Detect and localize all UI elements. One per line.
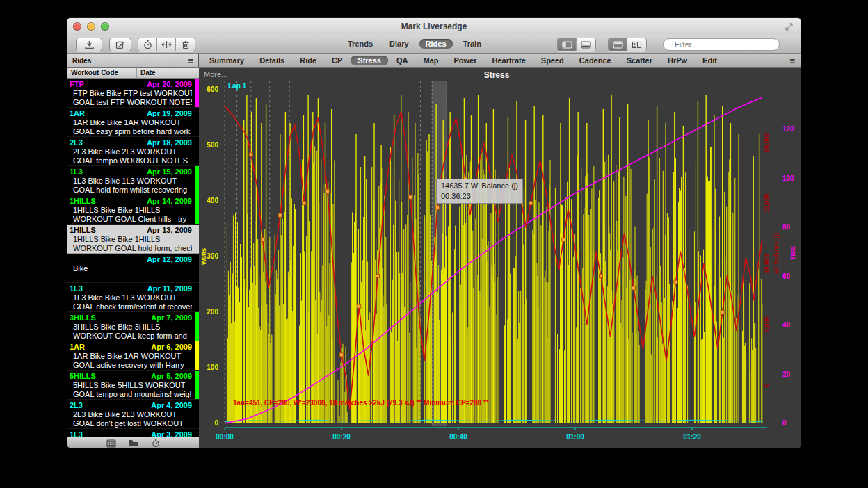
ride-code: 1L3 <box>70 167 83 177</box>
tiled-view-icon <box>632 41 642 49</box>
chart-tab-cadence[interactable]: Cadence <box>572 56 618 65</box>
chart-more-button[interactable]: More... <box>204 70 227 79</box>
ride-row[interactable]: FTPApr 20, 2009FTP Bike Bike FTP test WO… <box>67 79 199 108</box>
ride-row[interactable]: 5HILLSApr 5, 20095HILLS Bike 5HILLS WORK… <box>67 371 199 400</box>
ride-row[interactable]: Apr 12, 2009Bike <box>67 254 199 283</box>
match-marker <box>721 311 724 314</box>
ride-description: 2L3 Bike Bike 2L3 WORKOUT <box>70 410 192 419</box>
scope-tab-diary[interactable]: Diary <box>383 39 415 49</box>
chart-tab-power[interactable]: Power <box>447 56 483 65</box>
cp-annotation: Tau=451, CP=280, W'=23000, 18 matches >2… <box>233 399 489 407</box>
match-marker <box>326 189 329 193</box>
tabbed-view-button[interactable] <box>609 38 627 51</box>
chart-tab-cp[interactable]: CP <box>325 56 349 65</box>
sidebar-title: Rides <box>72 57 91 65</box>
lowbar-toggle-button[interactable] <box>577 38 595 51</box>
column-date[interactable]: Date <box>137 68 199 78</box>
title-bar[interactable]: Mark Liversedge <box>67 18 801 35</box>
ride-date: Apr 18, 2009 <box>147 138 192 147</box>
wbal-tick-label: 10,000 <box>763 254 770 274</box>
filter-input[interactable] <box>675 40 773 49</box>
scope-tab-train[interactable]: Train <box>457 39 488 49</box>
ride-date: Apr 5, 2009 <box>151 371 192 381</box>
x-tick-label: 01:00 <box>566 433 584 441</box>
wbal-tick-label: 15,000 <box>763 193 770 213</box>
ride-row[interactable]: 2L3Apr 18, 20092L3 Bike Bike 2L3 WORKOUT… <box>67 137 199 166</box>
chart-tab-scatter[interactable]: Scatter <box>620 56 659 65</box>
import-activity-button[interactable] <box>76 38 102 51</box>
scope-tab-rides[interactable]: Rides <box>419 39 453 49</box>
scope-tab-trends[interactable]: Trends <box>341 39 379 49</box>
ride-description: Bike <box>70 264 192 273</box>
ride-row[interactable]: 1HILLSApr 13, 20091HILLS Bike Bike 1HILL… <box>67 225 199 254</box>
ride-date: Apr 14, 2009 <box>147 196 192 206</box>
sidebar-toggle-button[interactable] <box>558 38 577 51</box>
minimize-button[interactable] <box>87 22 95 31</box>
ride-date: Apr 3, 2009 <box>151 430 192 437</box>
ride-description: WORKOUT GOAL hold form, check <box>70 244 192 253</box>
trash-icon <box>182 40 190 49</box>
folder-icon[interactable] <box>129 439 139 447</box>
x-tick-label: 00:00 <box>216 433 234 441</box>
chart-menu-icon[interactable]: ≡ <box>789 56 795 65</box>
tiss-axis-title: TISS <box>789 246 796 260</box>
tiss-tick-label: 120 <box>782 125 794 133</box>
ride-description: 2L3 Bike Bike 2L3 WORKOUT <box>70 147 192 156</box>
ride-date: Apr 11, 2009 <box>147 284 192 293</box>
tiss-tick-label: 100 <box>782 174 794 182</box>
ride-code: 2L3 <box>70 400 83 410</box>
split-activity-button[interactable] <box>157 38 176 51</box>
ride-list: FTPApr 20, 2009FTP Bike Bike FTP test WO… <box>67 79 199 437</box>
calendar-icon[interactable] <box>106 439 116 448</box>
download-icon <box>84 40 95 49</box>
ride-row[interactable]: 1ARApr 6, 20091AR Bike Bike 1AR WORKOUTG… <box>67 341 199 371</box>
ride-code: 1HILLS <box>70 225 96 235</box>
chart-tab-summary[interactable]: Summary <box>202 56 251 65</box>
ride-row[interactable]: 2L3Apr 4, 20092L3 Bike Bike 2L3 WORKOUTG… <box>67 400 199 429</box>
close-button[interactable] <box>73 22 81 31</box>
ride-date: Apr 13, 2009 <box>147 225 192 235</box>
chart-tab-map[interactable]: Map <box>416 56 445 65</box>
watts-tick-label: 0 <box>214 419 218 427</box>
stopwatch-small-icon[interactable] <box>152 439 160 448</box>
chart-tab-speed[interactable]: Speed <box>534 56 571 65</box>
chart-tab-edit[interactable]: Edit <box>696 56 724 65</box>
ride-row[interactable]: 1L3Apr 15, 20091L3 Bike Bike 1L3 WORKOUT… <box>67 166 199 195</box>
stress-chart[interactable]: 00:0000:2000:4001:0001:20010020030040050… <box>199 68 801 448</box>
stopwatch-button[interactable] <box>138 38 157 51</box>
chart-tab-hrpw[interactable]: HrPw <box>661 56 694 65</box>
chart-tab-details[interactable]: Details <box>252 56 291 65</box>
x-tick-label: 00:40 <box>449 433 467 441</box>
ride-code: 1L3 <box>70 430 83 437</box>
ride-description: 1AR Bike Bike 1AR WORKOUT <box>70 118 192 127</box>
chart-tab-heartrate[interactable]: Heartrate <box>485 56 533 65</box>
fullscreen-icon[interactable] <box>785 22 794 31</box>
match-marker <box>409 195 412 199</box>
filter-field[interactable] <box>663 38 780 51</box>
chart-tab-ride[interactable]: Ride <box>293 56 323 65</box>
tooltip-value: 14635.7 W' Balance (j) <box>441 181 518 191</box>
ride-code: 1AR <box>70 342 85 352</box>
ride-row[interactable]: 1ARApr 19, 20091AR Bike Bike 1AR WORKOUT… <box>67 108 199 137</box>
ride-date: Apr 7, 2009 <box>151 313 192 323</box>
delete-activity-button[interactable] <box>176 38 195 51</box>
watts-axis-title: Watts <box>200 248 207 265</box>
sidebar-panel-icon <box>562 41 572 49</box>
ride-row[interactable]: 1HILLSApr 14, 20091HILLS Bike Bike 1HILL… <box>67 195 199 225</box>
ride-row[interactable]: 1L3Apr 11, 20091L3 Bike Bike 1L3 WORKOUT… <box>67 283 199 312</box>
ride-description: 1HILLS Bike Bike 1HILLS <box>70 206 192 215</box>
compose-icon <box>115 40 125 49</box>
ride-row[interactable]: 3HILLSApr 7, 20093HILLS Bike Bike 3HILLS… <box>67 312 199 341</box>
ride-date: Apr 15, 2009 <box>147 167 192 177</box>
ride-row[interactable]: 1L3Apr 3, 2009 <box>67 429 199 437</box>
column-workout-code[interactable]: Workout Code <box>67 68 137 78</box>
zoom-button[interactable] <box>101 22 109 31</box>
sidebar-menu-icon[interactable]: ≡ <box>188 56 193 65</box>
chart-tab-stress[interactable]: Stress <box>351 56 388 65</box>
manual-entry-button[interactable] <box>109 38 131 51</box>
chart-tab-qa[interactable]: QA <box>389 56 415 65</box>
tiled-view-button[interactable] <box>627 38 646 51</box>
chart-tooltip: 14635.7 W' Balance (j) 00:36:23 <box>436 179 523 204</box>
chart-tabs: SummaryDetailsRideCPStressQAMapPowerHear… <box>199 54 784 67</box>
chevron-down-icon <box>672 43 673 47</box>
